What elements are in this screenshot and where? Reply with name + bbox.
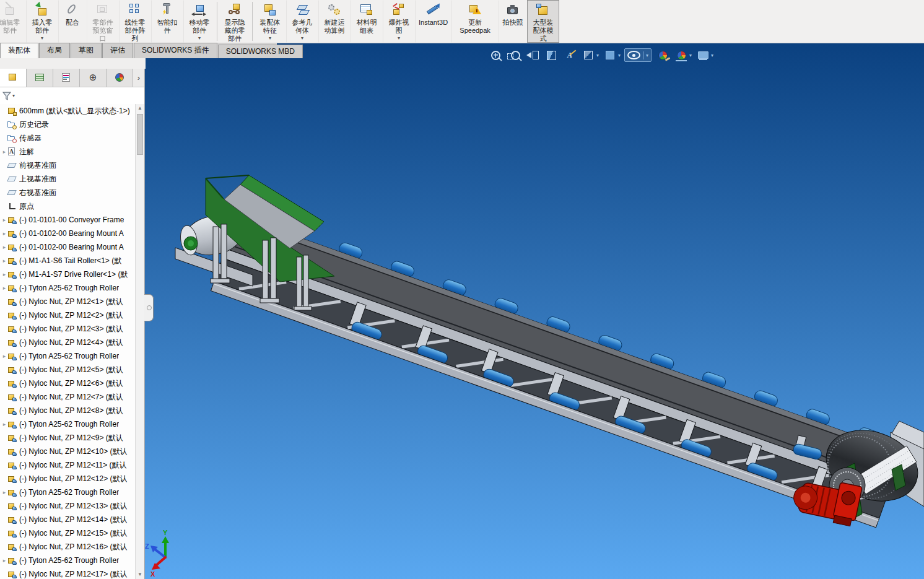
dropdown-arrow-icon[interactable]: ▾ <box>618 53 621 58</box>
tab-layout[interactable]: 布局 <box>39 43 70 58</box>
linear-component-pattern-button[interactable]: 线性零部件阵列▾ <box>119 0 151 43</box>
tree-item-top-plane[interactable]: 上视基准面 <box>0 172 136 186</box>
panel-tab-dimxpertmanager[interactable]: ⊕ <box>80 69 107 87</box>
tree-item-bearing-mount-2[interactable]: ▸(-) 01-0102-00 Bearing Mount A <box>0 240 136 254</box>
tree-item-trough-roller-1[interactable]: ▸(-) Tyton A25-62 Trough Roller <box>0 281 136 295</box>
tree-item-nyloc-nut-4[interactable]: (-) Nyloc Nut, ZP M12<4> (默认 <box>0 336 136 349</box>
tree-item-sensors-folder[interactable]: 传感器 <box>0 131 136 145</box>
tree-item-right-plane[interactable]: 右视基准面 <box>0 186 136 199</box>
section-view-button[interactable] <box>544 49 559 61</box>
instant3d-button[interactable]: Instant3D <box>415 0 451 43</box>
expand-arrow-icon[interactable]: ▸ <box>1 285 7 291</box>
scroll-down-arrow-icon[interactable]: ▼ <box>136 570 144 579</box>
expand-arrow-icon[interactable]: ▸ <box>1 149 7 155</box>
panel-tab-configurationmanager[interactable] <box>53 69 80 87</box>
view-settings-button[interactable]: ▾ <box>695 49 713 61</box>
expand-arrow-icon[interactable]: ▸ <box>1 353 7 359</box>
dropdown-arrow-icon[interactable]: ▾ <box>711 53 713 58</box>
apply-scene-button[interactable]: ▾ <box>674 49 692 61</box>
tree-item-bearing-mount-1[interactable]: ▸(-) 01-0102-00 Bearing Mount A <box>0 227 136 240</box>
tree-item-trough-roller-3[interactable]: ▸(-) Tyton A25-62 Trough Roller <box>0 417 136 431</box>
scroll-up-arrow-icon[interactable]: ▲ <box>136 104 144 113</box>
update-speedpak-button[interactable]: 更新 Speedpak <box>451 0 499 43</box>
tree-item-trough-roller-5[interactable]: ▸(-) Tyton A25-62 Trough Roller <box>0 554 136 567</box>
tree-item-nyloc-nut-2[interactable]: (-) Nyloc Nut, ZP M12<2> (默认 <box>0 308 136 322</box>
large-assembly-mode-button[interactable]: 大型装配体模式 <box>527 0 559 43</box>
part-icon <box>7 243 17 252</box>
panel-tab-propertymanager[interactable] <box>27 69 53 87</box>
zoom-to-area-button[interactable] <box>507 49 521 61</box>
expand-arrow-icon[interactable]: ▸ <box>1 421 7 427</box>
tree-item-nyloc-nut-1[interactable]: (-) Nyloc Nut, ZP M12<1> (默认 <box>0 295 136 308</box>
mate-button[interactable]: 配合 <box>58 0 87 43</box>
expand-arrow-icon[interactable]: ▸ <box>1 258 7 264</box>
dropdown-arrow-icon[interactable]: ▾ <box>596 53 599 58</box>
tree-item-nyloc-nut-6[interactable]: (-) Nyloc Nut, ZP M12<6> (默认 <box>0 377 136 390</box>
tree-item-trough-roller-4[interactable]: ▸(-) Tyton A25-62 Trough Roller <box>0 485 136 499</box>
tab-solidworks-mbd[interactable]: SOLIDWORKS MBD <box>218 45 303 58</box>
tree-item-annotations[interactable]: ▸A注解 <box>0 145 136 159</box>
tab-evaluate[interactable]: 评估 <box>102 43 133 58</box>
exploded-view-button[interactable]: 爆炸视图▾ <box>383 0 415 43</box>
tree-item-nyloc-nut-8[interactable]: (-) Nyloc Nut, ZP M12<8> (默认 <box>0 404 136 417</box>
expand-arrow-icon[interactable]: ▸ <box>1 230 7 237</box>
tree-item-nyloc-nut-13[interactable]: (-) Nyloc Nut, ZP M12<13> (默认 <box>0 499 136 513</box>
hide-show-items-button[interactable]: ▾ <box>624 48 652 62</box>
tree-item-drive-roller[interactable]: ▸(-) M1-A1-S7 Drive Roller<1> (默 <box>0 268 136 281</box>
panel-expand-chevron[interactable]: › <box>133 69 144 87</box>
move-component-button[interactable]: 移动零部件▾ <box>183 0 216 43</box>
tab-sketch[interactable]: 草图 <box>71 43 102 58</box>
insert-component-button[interactable]: 插入零部件▾ <box>26 0 58 43</box>
filter-dropdown-arrow-icon[interactable]: ▾ <box>12 93 15 98</box>
expand-arrow-icon[interactable]: ▸ <box>1 557 7 564</box>
plane-icon <box>7 188 17 198</box>
tree-item-nyloc-nut-17[interactable]: (-) Nyloc Nut, ZP M12<17> (默认 <box>0 567 136 579</box>
tree-item-nyloc-nut-9[interactable]: (-) Nyloc Nut, ZP M12<9> (默认 <box>0 431 136 445</box>
tree-item-nyloc-nut-16[interactable]: (-) Nyloc Nut, ZP M12<16> (默认 <box>0 540 136 554</box>
tree-item-tail-roller[interactable]: ▸(-) M1-A1-S6 Tail Roller<1> (默 <box>0 254 136 268</box>
expand-arrow-icon[interactable]: ▸ <box>1 217 7 223</box>
tree-item-nyloc-nut-15[interactable]: (-) Nyloc Nut, ZP M12<15> (默认 <box>0 526 136 540</box>
tree-item-nyloc-nut-3[interactable]: (-) Nyloc Nut, ZP M12<3> (默认 <box>0 322 136 336</box>
tree-item-origin[interactable]: 原点 <box>0 199 136 213</box>
tree-item-nyloc-nut-11[interactable]: (-) Nyloc Nut, ZP M12<11> (默认 <box>0 458 136 472</box>
panel-tab-displaymanager[interactable] <box>107 69 133 87</box>
tab-solidworks-addins[interactable]: SOLIDWORKS 插件 <box>134 43 217 58</box>
tree-item-front-plane[interactable]: 前视基准面 <box>0 159 136 172</box>
panel-tab-featuremanager-design-tree[interactable] <box>0 69 27 87</box>
assembly-features-button[interactable]: 装配体特征▾ <box>254 0 286 43</box>
expand-arrow-icon[interactable]: ▸ <box>1 489 7 495</box>
take-snapshot-button[interactable]: 拍快照 <box>499 0 527 43</box>
tree-item-nyloc-nut-5[interactable]: (-) Nyloc Nut, ZP M12<5> (默认 <box>0 363 136 377</box>
tree-item-nyloc-nut-10[interactable]: (-) Nyloc Nut, ZP M12<10> (默认 <box>0 445 136 458</box>
tree-scrollbar[interactable]: ▲ ▼ <box>135 104 144 579</box>
tree-item-nyloc-nut-14[interactable]: (-) Nyloc Nut, ZP M12<14> (默认 <box>0 513 136 526</box>
linear-component-pattern-icon <box>127 2 143 18</box>
expand-arrow-icon[interactable]: ▸ <box>1 271 7 277</box>
new-motion-study-button[interactable]: 新建运动算例 <box>318 0 351 43</box>
filter-funnel-icon[interactable] <box>2 92 11 100</box>
tree-item-history-folder[interactable]: 历史记录 <box>0 118 136 131</box>
reference-geometry-button[interactable]: 参考几何体▾ <box>286 0 318 43</box>
tree-item-assembly-600mm[interactable]: 600mm (默认<默认_显示状态-1>) <box>0 104 136 118</box>
dropdown-arrow-icon[interactable]: ▾ <box>689 53 692 58</box>
smart-fasteners-button[interactable]: 智能扣件 <box>151 0 183 43</box>
tree-item-nyloc-nut-12[interactable]: (-) Nyloc Nut, ZP M12<12> (默认 <box>0 472 136 485</box>
view-orientation-button[interactable]: ▾ <box>581 49 599 61</box>
bill-of-materials-button[interactable]: 材料明细表 <box>351 0 383 43</box>
hide-show-annotations-button[interactable]: A <box>562 49 577 61</box>
tab-assembly[interactable]: 装配体 <box>0 43 38 58</box>
expand-arrow-icon[interactable]: ▸ <box>1 244 7 250</box>
scrollbar-thumb[interactable] <box>137 114 143 155</box>
panel-splitter-handle[interactable] <box>144 294 154 321</box>
previous-view-button[interactable] <box>525 49 540 61</box>
display-style-button[interactable]: ▾ <box>603 49 621 61</box>
tree-filter-row: ▾ <box>0 87 144 105</box>
dropdown-arrow-icon[interactable]: ▾ <box>643 51 650 59</box>
edit-appearance-button[interactable] <box>655 49 670 61</box>
tree-item-nyloc-nut-7[interactable]: (-) Nyloc Nut, ZP M12<7> (默认 <box>0 390 136 404</box>
zoom-to-fit-button[interactable] <box>488 49 503 61</box>
tree-item-conveyor-frame[interactable]: ▸(-) 01-0101-00 Conveyor Frame <box>0 213 136 227</box>
tree-item-trough-roller-2[interactable]: ▸(-) Tyton A25-62 Trough Roller <box>0 349 136 363</box>
show-hidden-components-button[interactable]: 显示隐藏的零部件 <box>219 0 251 43</box>
